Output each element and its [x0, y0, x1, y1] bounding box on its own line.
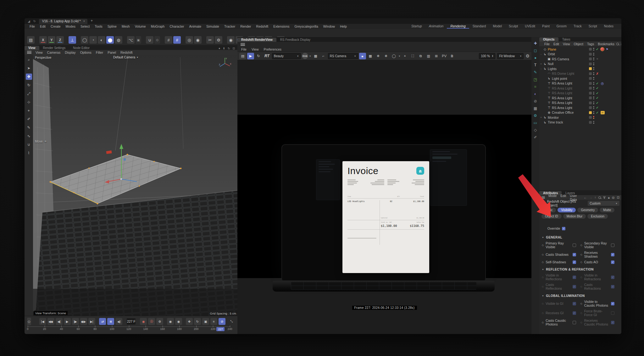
objects-menu-edit[interactable]: Edit — [552, 42, 561, 46]
camera-region-icon[interactable]: ⌗ — [596, 57, 599, 61]
menubar-animate[interactable]: Animate — [187, 25, 204, 28]
menubar-tracker[interactable]: Tracker — [222, 25, 238, 28]
chip-basic[interactable]: Basic — [541, 208, 556, 212]
visibility-toggle[interactable] — [589, 58, 592, 60]
cube-icon[interactable]: ◻ — [534, 49, 537, 52]
tree-expander[interactable]: + — [539, 116, 543, 119]
make-editable-icon[interactable]: ◯ — [81, 36, 88, 44]
attributes-hamburger-icon[interactable] — [541, 196, 545, 199]
tree-expander[interactable]: + — [539, 63, 543, 65]
chevron-down-icon[interactable]: ▼ — [398, 55, 401, 57]
enabled-check-icon[interactable]: ✓ — [596, 101, 599, 105]
tree-row-rs-area-light[interactable]: ⊤RS Area Light✓ — [539, 86, 621, 91]
timeline-expand-icon[interactable]: ⤡ — [228, 318, 235, 325]
viewport-menu-view[interactable]: View — [33, 51, 45, 54]
tree-row-rs-area-light[interactable]: ⊤RS Area Light✓ — [539, 101, 621, 106]
visibility-dots[interactable] — [593, 111, 594, 114]
focus-icon[interactable]: ⌖ — [402, 53, 408, 59]
tree-expander[interactable]: - — [539, 53, 543, 56]
channel-button[interactable]: RGB — [302, 53, 308, 59]
visibility-toggle[interactable] — [589, 87, 592, 90]
visibility-dots[interactable] — [593, 106, 594, 109]
tree-row-rs-area-light[interactable]: ⊤RS Area Light✓ — [539, 91, 621, 96]
objects-menu-bookmarks[interactable]: Bookmarks — [596, 42, 616, 46]
chevron-down-icon[interactable]: ▼ — [309, 55, 311, 57]
environment-icon[interactable]: ▦ — [534, 107, 537, 110]
compare-icon[interactable]: ⧉ — [417, 53, 424, 59]
display-icon[interactable]: ▭ — [534, 121, 537, 125]
menubar-create[interactable]: Create — [48, 25, 63, 28]
goto-start-button[interactable]: |◀ — [39, 318, 46, 325]
3d-viewport[interactable]: Perspective Default Camera▾ Move✥ Y X Z … — [33, 55, 237, 316]
keyframe-diamond-icon[interactable]: ◇ — [27, 318, 31, 325]
tree-expander[interactable]: - — [539, 67, 543, 70]
menubar-help[interactable]: Help — [337, 25, 349, 28]
key-scale-icon[interactable]: ✥ — [186, 318, 193, 325]
new-tab-button[interactable]: + — [87, 19, 96, 24]
text-icon[interactable]: T — [534, 63, 536, 67]
checkbox-casts-ao[interactable]: ✓ — [611, 260, 614, 264]
key-param-icon[interactable]: ▣ — [202, 318, 209, 325]
menubar-extensions[interactable]: Extensions — [271, 25, 292, 28]
polygon-mode-icon[interactable]: ⬤ — [106, 36, 114, 44]
current-frame-field[interactable]: 227 F — [127, 318, 136, 325]
snap-settings-icon[interactable]: ⊙ — [154, 36, 160, 44]
render-dot-icon[interactable]: ● — [219, 47, 220, 50]
tool-settings-icon[interactable]: ⚙ — [215, 36, 222, 44]
visibility-dots[interactable] — [593, 82, 594, 85]
filter-icon[interactable] — [603, 196, 606, 199]
axis-lock-z[interactable]: Z — [56, 36, 64, 44]
renderview-menu-view[interactable]: View — [249, 47, 261, 51]
visibility-toggle[interactable] — [589, 116, 592, 119]
pass-dropdown[interactable]: Beauty▼ — [272, 53, 301, 59]
visibility-toggle[interactable] — [589, 106, 592, 109]
menubar-modes[interactable]: Modes — [63, 25, 78, 28]
chip-geometry[interactable]: Geometry — [577, 208, 598, 212]
override-row[interactable]: Override ✓ — [539, 220, 621, 233]
visibility-toggle[interactable] — [589, 48, 592, 51]
visibility-dots[interactable] — [593, 53, 594, 56]
tree-row-light-point[interactable]: ↳Light point — [539, 76, 621, 81]
point-mode-icon[interactable]: ◍ — [115, 36, 122, 44]
spline-pen-icon[interactable]: ✎ — [534, 70, 537, 74]
visibility-dots[interactable] — [593, 67, 594, 70]
menubar-file[interactable]: File — [27, 25, 37, 28]
grid-icon[interactable]: # — [165, 36, 172, 44]
menubar-simulate[interactable]: Simulate — [204, 25, 222, 28]
layout-tab-rendering[interactable]: Rendering — [447, 24, 469, 29]
menubar-edit[interactable]: Edit — [37, 25, 48, 28]
sphere-icon[interactable]: ● — [534, 56, 536, 60]
save-image-icon[interactable]: 🗎︎ — [449, 53, 456, 59]
freeze-gi-icon[interactable]: ❄ — [383, 53, 390, 59]
objects-menu-file[interactable]: File — [542, 42, 552, 46]
renderview-hamburger-icon[interactable] — [241, 43, 245, 46]
objects-menu-tags[interactable]: Tags — [585, 42, 596, 46]
viewport-menu-cameras[interactable]: Cameras — [45, 51, 63, 54]
generator-icon[interactable]: ◳ — [534, 78, 537, 81]
snapshot-icon[interactable]: ▤ — [239, 53, 246, 59]
checkbox-secondary-ray-visible[interactable] — [611, 244, 614, 247]
visibility-dots[interactable] — [593, 58, 594, 60]
layout-tab-paint[interactable]: Paint — [539, 24, 553, 29]
viewport-tab-render-settings[interactable]: Render Settings — [39, 46, 69, 50]
panel-icon[interactable]: ⊡ — [617, 196, 619, 199]
workplane-mode-icon[interactable]: ◎ — [186, 36, 193, 44]
restart-render-icon[interactable]: ↻ — [255, 53, 262, 59]
camera-lock-icon[interactable]: 🔒︎ — [359, 53, 366, 59]
chip-object-id[interactable]: Object ID — [541, 214, 562, 219]
grid-overlay-icon[interactable]: ▦ — [367, 53, 374, 59]
up-icon[interactable]: ↑ — [595, 196, 596, 199]
add-snapshot-icon[interactable]: ⊞ — [433, 53, 440, 59]
deformer-icon[interactable]: ⌗ — [534, 85, 536, 89]
keyframe-bars-button[interactable]: ≣ — [107, 318, 114, 325]
menubar-select[interactable]: Select — [78, 25, 92, 28]
layout-tab-script[interactable]: Script — [585, 24, 601, 29]
menubar-greyscalegorilla[interactable]: Greyscalegorilla — [292, 25, 321, 28]
home-icon[interactable]: ⌂ — [621, 42, 621, 46]
checkbox-visible-in-refractions[interactable]: ✓ — [611, 276, 614, 279]
redo-icon[interactable]: ↻ — [33, 19, 36, 23]
detach-panel-icon[interactable]: ⊡ — [232, 47, 235, 50]
keying-settings-icon[interactable]: ⚙ — [156, 318, 163, 325]
tree-row-rs-camera[interactable]: ▣RS Camera⌗ — [539, 57, 621, 62]
enabled-check-icon[interactable]: ✓ — [596, 111, 599, 114]
